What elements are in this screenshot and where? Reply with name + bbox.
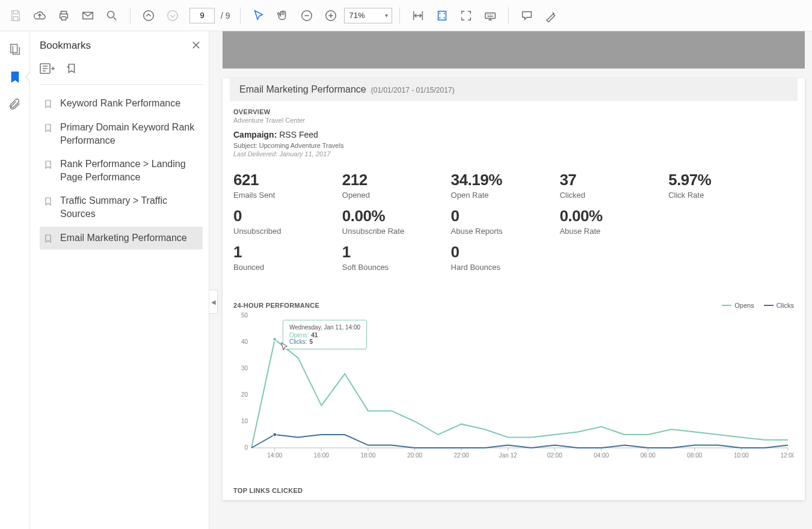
bookmark-item[interactable]: Keyword Rank Performance	[40, 92, 203, 115]
svg-point-41	[273, 433, 277, 436]
svg-rect-7	[10, 44, 17, 53]
svg-point-40	[273, 338, 277, 341]
metric: 1Soft Bounces	[342, 243, 439, 272]
svg-text:40: 40	[241, 338, 248, 345]
svg-point-0	[108, 11, 114, 17]
svg-text:0: 0	[244, 444, 248, 451]
metric-value: 0	[451, 243, 548, 261]
svg-text:30: 30	[241, 365, 248, 372]
metric-value: 34.19%	[451, 171, 548, 189]
bookmark-label: Rank Performance > Landing Page Performa…	[60, 157, 199, 183]
print-icon[interactable]	[53, 5, 75, 26]
document-viewer[interactable]: ◀ Email Marketing Performance (01/01/201…	[209, 31, 812, 529]
svg-text:02:00: 02:00	[547, 452, 562, 459]
metric: 34.19%Open Rate	[451, 171, 548, 200]
bookmarks-icon[interactable]	[7, 69, 23, 85]
hand-tool-icon[interactable]	[272, 5, 294, 26]
fit-width-icon[interactable]	[407, 5, 429, 26]
overview-label: OVERVIEW	[233, 108, 794, 115]
zoom-out-icon[interactable]	[296, 5, 318, 26]
svg-text:20:00: 20:00	[407, 452, 422, 459]
nav-rail	[0, 31, 30, 529]
keyboard-icon[interactable]	[479, 5, 501, 26]
new-bookmark-icon[interactable]	[65, 63, 82, 77]
bookmark-item[interactable]: Traffic Summary > Traffic Sources	[40, 189, 203, 225]
svg-text:18:00: 18:00	[360, 452, 375, 459]
metric-value: 37	[559, 171, 656, 189]
metric: 37Clicked	[559, 171, 656, 200]
highlight-icon[interactable]	[540, 5, 562, 26]
metric-label: Abuse Reports	[451, 227, 548, 236]
svg-text:04:00: 04:00	[594, 452, 609, 459]
metric	[668, 207, 765, 236]
collapse-sidebar-icon[interactable]: ◀	[209, 290, 218, 314]
svg-rect-6	[485, 13, 495, 18]
subject-line: Subject: Upcoming Adventure Travels	[233, 142, 794, 149]
metric-value: 1	[233, 243, 330, 261]
bookmark-label: Keyword Rank Performance	[60, 97, 180, 110]
toolbar: / 9 71%	[0, 0, 812, 31]
report-title: Email Marketing Performance	[239, 84, 366, 95]
fullscreen-icon[interactable]	[455, 5, 477, 26]
page-up-icon[interactable]	[138, 5, 159, 26]
metric-label: Emails Sent	[233, 191, 330, 200]
metric: 1Bounced	[233, 243, 330, 272]
select-tool-icon[interactable]	[248, 5, 269, 26]
metric-value: 0	[451, 207, 548, 225]
bookmark-item[interactable]: Rank Performance > Landing Page Performa…	[40, 153, 203, 188]
thumbnails-icon[interactable]	[7, 41, 23, 58]
svg-text:20: 20	[241, 391, 248, 398]
svg-text:10:00: 10:00	[734, 452, 749, 459]
email-icon[interactable]	[77, 5, 99, 26]
bookmark-item[interactable]: Email Marketing Performance	[40, 227, 203, 249]
metric: 0Unsubscribed	[233, 207, 330, 236]
metric: 0Hard Bounces	[451, 243, 548, 272]
svg-text:16:00: 16:00	[314, 452, 329, 459]
svg-rect-5	[438, 11, 446, 20]
svg-text:Jan 12: Jan 12	[499, 452, 517, 459]
svg-text:10: 10	[241, 418, 248, 424]
bookmark-label: Primary Domain Keyword Rank Performance	[60, 121, 199, 147]
metric-value: 1	[342, 243, 439, 261]
company-name: Adventure Travel Center	[233, 117, 794, 124]
zoom-select[interactable]: 71%	[344, 8, 392, 23]
campaign-line: Campaign: RSS Feed	[233, 130, 794, 139]
metric: 5.97%Click Rate	[668, 171, 765, 200]
save-icon[interactable]	[5, 5, 26, 26]
comment-icon[interactable]	[516, 5, 538, 26]
chart-legend: Opens Clicks	[722, 302, 794, 309]
metric-label: Opened	[342, 191, 439, 200]
performance-chart: 0102030405014:0016:0018:0020:0022:00Jan …	[233, 313, 794, 463]
page-down-icon[interactable]	[162, 5, 183, 26]
svg-text:06:00: 06:00	[641, 452, 656, 459]
fit-page-icon[interactable]	[431, 5, 453, 26]
bookmark-icon	[43, 98, 54, 110]
metric-label: Clicked	[559, 191, 656, 200]
svg-text:08:00: 08:00	[687, 452, 702, 459]
svg-point-2	[168, 10, 178, 20]
page-number-input[interactable]	[189, 8, 215, 23]
metric-label: Bounced	[233, 263, 330, 272]
bookmark-options-icon[interactable]	[40, 63, 57, 77]
metric-value: 0.00%	[559, 207, 656, 225]
metric-label: Soft Bounces	[342, 263, 439, 272]
bookmark-label: Traffic Summary > Traffic Sources	[60, 194, 199, 220]
bookmark-item[interactable]: Primary Domain Keyword Rank Performance	[40, 116, 203, 151]
search-icon[interactable]	[101, 5, 123, 26]
metric-label: Hard Bounces	[451, 263, 548, 272]
svg-text:12:00: 12:00	[780, 452, 794, 459]
zoom-in-icon[interactable]	[320, 5, 342, 26]
metric-label: Abuse Rate	[559, 227, 656, 236]
bookmark-icon	[43, 233, 54, 245]
previous-page-edge	[223, 31, 805, 69]
bookmark-icon	[43, 159, 54, 171]
metric-label: Unsubscribe Rate	[342, 227, 439, 236]
cursor-icon	[280, 341, 289, 352]
close-panel-icon[interactable]	[191, 40, 203, 52]
bookmarks-panel: Bookmarks Keyword Rank PerformancePrimar…	[30, 31, 209, 529]
metric: 621Emails Sent	[233, 171, 330, 200]
attachments-icon[interactable]	[7, 96, 23, 113]
metric-label: Unsubscribed	[233, 227, 330, 236]
cloud-upload-icon[interactable]	[29, 5, 51, 26]
metric-value: 5.97%	[668, 171, 765, 189]
